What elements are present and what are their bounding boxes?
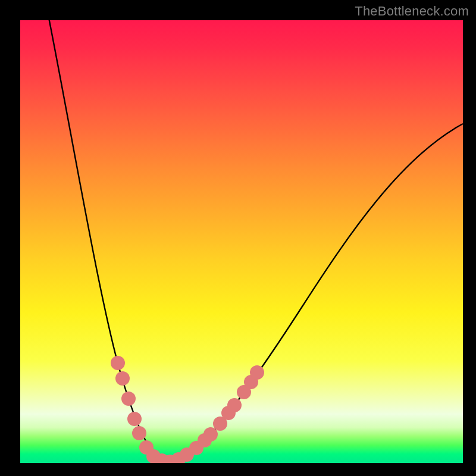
chart-marker (132, 426, 146, 440)
chart-marker (250, 365, 264, 380)
watermark-text: TheBottleneck.com (355, 4, 469, 19)
chart-marker (115, 371, 130, 386)
chart-marker (203, 427, 218, 441)
chart-marker (111, 356, 125, 370)
chart-curve (49, 20, 463, 462)
chart-frame: TheBottleneck.com (0, 0, 476, 476)
chart-plot-area (20, 20, 463, 463)
chart-markers-group (111, 356, 264, 463)
chart-marker (127, 412, 142, 426)
chart-svg (20, 20, 463, 463)
chart-marker (227, 398, 242, 412)
chart-marker (121, 392, 136, 406)
